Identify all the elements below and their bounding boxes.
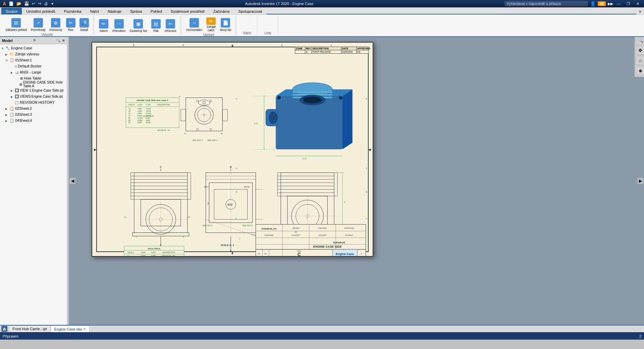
title-bar-center: Autodesk Inventor LT 2020 - Engine Case — [54, 2, 504, 6]
svg-text:SEE SHT 2: SEE SHT 2 — [203, 225, 213, 227]
btn-navrh[interactable]: ✏ Návrh — [98, 18, 110, 34]
svg-text:DESCRIPTION: DESCRIPTION — [157, 104, 170, 106]
svg-text:Z: Z — [207, 202, 209, 205]
tree-item-views[interactable]: 🔲 VIEWS:Engine Case Side.ipt — [0, 93, 67, 99]
svg-text:A2: A2 — [221, 133, 223, 135]
tab-umisteni[interactable]: Umístění pohledů — [22, 8, 59, 14]
btn-preruseni[interactable]: ⋯ Přerušení — [111, 18, 127, 34]
btn-detail[interactable]: 🔎 Detail — [78, 17, 90, 33]
svg-text:X DIA: X DIA — [138, 104, 143, 106]
tree-item-engine-case[interactable]: 🔧 Engine Case — [0, 45, 67, 51]
minimize-button[interactable]: — — [615, 1, 623, 7]
quick-access-undo[interactable]: ↩ — [32, 1, 35, 6]
tab-front-hub[interactable]: Front Hub Carrie...ipt — [9, 326, 51, 332]
svg-text:A: A — [236, 167, 237, 169]
tab-close-engine-case[interactable]: ✕ — [83, 327, 86, 331]
ribbon-settings[interactable]: ▼ — [636, 9, 644, 14]
tab-nacrt[interactable]: Náčrt — [86, 8, 103, 14]
svg-text:Ø3.00: Ø3.00 — [244, 186, 250, 188]
svg-text:0.000: 0.000 — [146, 120, 150, 121]
tree-item-ansi[interactable]: 📊 ANSI - Large — [0, 69, 67, 75]
scroll-right-arrow[interactable]: ▶ — [637, 178, 643, 184]
status-text: Připraven — [3, 334, 18, 338]
model-title: Model — [2, 39, 13, 43]
svg-text:14.200: 14.200 — [138, 117, 143, 119]
nav-zoom-icon[interactable]: 🔍 — [636, 37, 644, 45]
close-button[interactable]: ✕ — [634, 1, 641, 7]
svg-text:0.000: 0.000 — [146, 117, 150, 119]
svg-text:CHECKED: CHECKED — [318, 227, 327, 229]
svg-point-36 — [197, 128, 199, 130]
tree-arrow-sheet2 — [5, 107, 9, 110]
ribbon-group-vytvorit: ⊞ Základní pohled ↗ Promítnutý ⊕ Pomocný… — [1, 15, 93, 36]
quick-access-redo[interactable]: ↪ — [38, 1, 41, 6]
btn-zahajit-nacrt[interactable]: ✏ Zahájitnáčrt — [205, 17, 217, 33]
tab-zacinime[interactable]: Začínáme — [209, 8, 234, 14]
model-search-icon[interactable]: 🔍 — [56, 38, 61, 43]
tree-item-default-border[interactable]: □ Default Border — [0, 63, 67, 69]
svg-text:EA: EA — [265, 253, 267, 255]
tab-engine-case[interactable]: Engine Case.idw ✕ — [51, 326, 90, 332]
svg-text:B: B — [366, 191, 367, 193]
search-box[interactable]: Vyhledávat v nápovědě a příkaze — [504, 1, 588, 6]
quick-access-open[interactable]: 📂 — [16, 1, 21, 6]
tab-nastroje[interactable]: Nástroje — [103, 8, 126, 14]
svg-text:Autodesk, Inc: Autodesk, Inc — [262, 228, 277, 230]
tree-item-view1[interactable]: 🔲 VIEW 1:Engine Case Side.ipt — [0, 87, 67, 93]
model-menu-icon[interactable]: ≡ — [62, 38, 65, 43]
btn-plat[interactable]: ▤ Plát — [150, 18, 162, 34]
btn-castecny-rez[interactable]: ▣ Částečný řez — [128, 18, 149, 34]
svg-point-56 — [303, 97, 322, 103]
tab-soubor[interactable]: Soubor — [1, 8, 22, 14]
expand-icon[interactable]: ▶▶ — [608, 2, 613, 6]
svg-text:M2.5x0.45 - 6H: M2.5x0.45 - 6H — [162, 255, 175, 256]
btn-horizontal[interactable]: ↔ Horizontální — [185, 17, 204, 33]
btn-oriznout[interactable]: ✂ Oříznout — [163, 18, 178, 34]
quick-access-print[interactable]: 🖨 — [44, 1, 48, 6]
title-bar-left: A 📄 📂 💾 ↩ ↪ 🖨 ▼ — [3, 1, 54, 6]
nav-face-icon[interactable]: ◈ — [636, 66, 644, 75]
model-tab-close[interactable]: ✕ — [33, 38, 36, 43]
app-title: Autodesk Inventor LT 2020 - Engine Case — [245, 2, 314, 6]
quick-access-new[interactable]: 📄 — [9, 1, 14, 6]
tree-item-sheet2[interactable]: 📋 02Sheet:2 — [0, 105, 67, 111]
tree-arrow-engine-case — [1, 46, 5, 50]
btn-promitnute[interactable]: ↗ Promítnutý — [30, 17, 47, 33]
scroll-left-arrow[interactable]: ◀ — [69, 178, 75, 184]
btn-novy-list[interactable]: 📄 Nový list — [218, 17, 232, 33]
tab-poznamka[interactable]: Poznámka — [60, 8, 86, 14]
tab-sprava[interactable]: Správa — [126, 8, 146, 14]
svg-text:ENGINE CASE SIDE Hole Table A: ENGINE CASE SIDE Hole Table A — [137, 99, 168, 101]
quick-access-save[interactable]: 💾 — [24, 1, 29, 6]
btn-rez[interactable]: ✂ Řez — [65, 17, 77, 33]
svg-text:5.618: 5.618 — [138, 115, 142, 117]
svg-text:C: C — [160, 166, 162, 168]
svg-text:17.000: 17.000 — [146, 108, 151, 110]
drawing-svg: ENGINE CASE SIDE Hole Table A HOLE # X D… — [92, 43, 373, 256]
tree-item-sheet4[interactable]: 📋 04Sheet:4 — [0, 117, 67, 123]
tree-item-hole-table-a[interactable]: ⊞ ENGINE CASE SIDE Hole Table A — [0, 81, 67, 87]
quick-access-more[interactable]: ▼ — [51, 2, 54, 6]
tab-sys[interactable]: Systémové prostředí — [166, 8, 209, 14]
btn-zakladni-pohled[interactable]: ⊞ Základní pohled — [4, 17, 28, 33]
restore-button[interactable]: ❐ — [625, 1, 632, 7]
tree-arrow-view1 — [11, 89, 15, 92]
tree-item-revision[interactable]: 📋 REVISION HISTORY — [0, 99, 67, 105]
nav-home-icon[interactable]: ⌂ — [636, 56, 644, 65]
svg-text:13.500: 13.500 — [138, 120, 143, 121]
btn-pomocny[interactable]: ⊕ Pomocný — [48, 17, 64, 33]
nav-pan-icon[interactable]: ✥ — [636, 46, 644, 55]
svg-point-59 — [277, 96, 281, 99]
svg-text:A3: A3 — [128, 113, 130, 114]
tab-pohled[interactable]: Pohled — [146, 8, 166, 14]
svg-rect-0 — [126, 98, 179, 128]
tree-item-sheet3[interactable]: 📋 03Sheet:3 — [0, 111, 67, 117]
svg-text:Ø2.50 T 8.00: Ø2.50 T 8.00 — [143, 115, 154, 117]
tab-spolupracovat[interactable]: Spolupracovat — [234, 8, 266, 14]
home-tab-icon[interactable]: 🏠 — [1, 326, 7, 332]
tree-item-sheet1[interactable]: 📋 01Sheet:1 — [0, 57, 67, 63]
tree-item-zdroje[interactable]: 📁 Zdroje výkresu — [0, 51, 67, 57]
svg-text:FA: FA — [258, 253, 260, 255]
page-indicator: 2 — [639, 334, 641, 338]
canvas-area[interactable]: ◀ ▶ 54321 54321 ▼ ▲ ▶ ◀ ZONE — [69, 37, 644, 325]
